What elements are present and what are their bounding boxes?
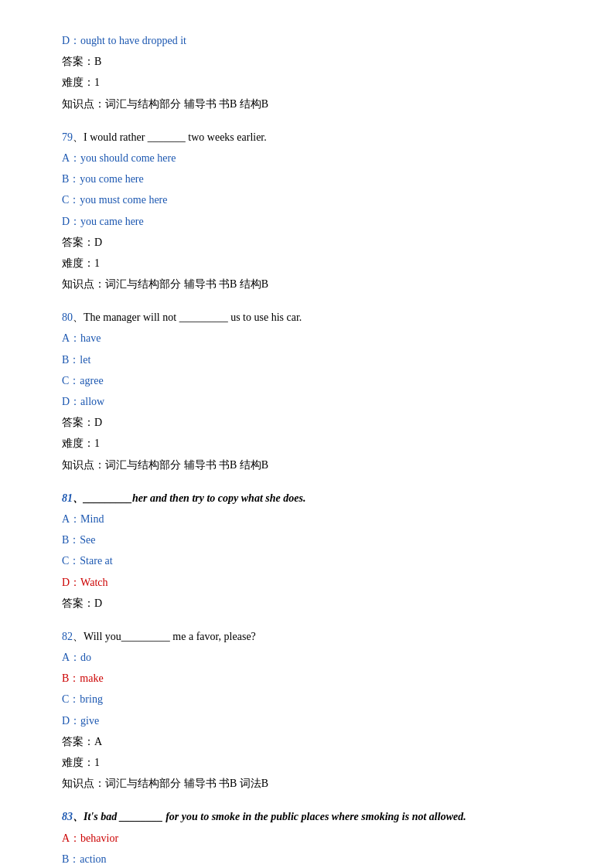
q82-difficulty: 难度：1 (62, 753, 552, 772)
question-80: 80、The manager will not _________ us to … (62, 308, 552, 475)
q79-stem: 79、I would rather _______ two weeks earl… (62, 128, 552, 147)
q80-stem: 80、The manager will not _________ us to … (62, 308, 552, 327)
q82-knowledge: 知识点：词汇与结构部分 辅导书 书B 词法B (62, 774, 552, 793)
q79-answer: 答案：D (62, 233, 552, 252)
question-79: 79、I would rather _______ two weeks earl… (62, 128, 552, 294)
q81-stem: 81、_________her and then try to copy wha… (62, 488, 552, 508)
q82-option-a: A：do (62, 648, 552, 667)
q79-option-b: B：you come here (62, 169, 552, 189)
q80-answer: 答案：D (62, 413, 552, 432)
q79-difficulty: 难度：1 (62, 254, 552, 273)
q82-stem: 82、Will you_________ me a favor, please? (62, 627, 552, 646)
q80-knowledge: 知识点：词汇与结构部分 辅导书 书B 结构B (62, 455, 552, 475)
q81-answer: 答案：D (62, 594, 552, 613)
q80-option-b: B：let (62, 350, 552, 369)
question-83: 83、It's bad ________ for you to smoke in… (62, 807, 552, 868)
q82-answer: 答案：A (62, 732, 552, 751)
q81-number: 81 (62, 492, 73, 504)
q81-option-d: D：Watch (62, 573, 552, 592)
q83-number: 83 (62, 811, 73, 822)
q80-number: 80 (62, 311, 73, 323)
q79-option-c: C：you must come here (62, 190, 552, 209)
q83-option-a: A：behavior (62, 829, 552, 848)
q79-number: 79 (62, 131, 73, 143)
q82-option-d: D：give (62, 711, 552, 730)
answer-prev: 答案：B (62, 52, 552, 71)
option-d-prev: D：ought to have dropped it (62, 31, 552, 50)
q80-option-c: C：agree (62, 371, 552, 390)
q80-option-d: D：allow (62, 392, 552, 411)
prev-answer-block: D：ought to have dropped it 答案：B 难度：1 知识点… (62, 31, 552, 114)
q81-option-b: B：See (62, 530, 552, 550)
knowledge-prev: 知识点：词汇与结构部分 辅导书 书B 结构B (62, 94, 552, 114)
q81-option-c: C：Stare at (62, 551, 552, 570)
difficulty-prev: 难度：1 (62, 73, 552, 92)
question-82: 82、Will you_________ me a favor, please?… (62, 627, 552, 794)
q82-number: 82 (62, 631, 73, 642)
q80-option-a: A：have (62, 328, 552, 348)
question-81: 81、_________her and then try to copy wha… (62, 488, 552, 613)
q79-option-a: A：you should come here (62, 148, 552, 168)
q79-option-d: D：you came here (62, 212, 552, 231)
q79-knowledge: 知识点：词汇与结构部分 辅导书 书B 结构B (62, 274, 552, 294)
q81-option-a: A：Mind (62, 509, 552, 529)
q82-option-c: C：bring (62, 689, 552, 709)
q83-stem: 83、It's bad ________ for you to smoke in… (62, 807, 552, 826)
q83-option-b: B：action (62, 849, 552, 868)
q82-option-b: B：make (62, 669, 552, 688)
q80-difficulty: 难度：1 (62, 434, 552, 453)
